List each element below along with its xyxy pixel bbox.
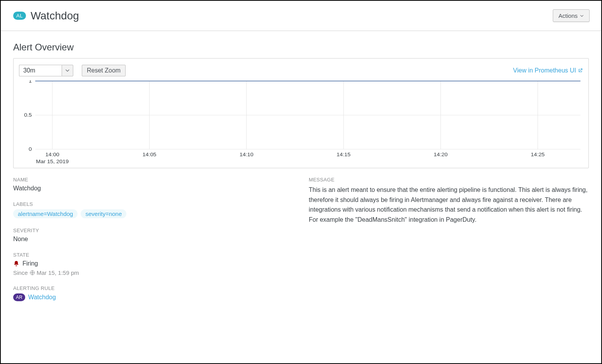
svg-text:14:10: 14:10 bbox=[240, 152, 254, 157]
content: Alert Overview 30m Reset Zoom View in Pr… bbox=[1, 31, 601, 314]
label-pill: alertname=Watchdog bbox=[13, 209, 78, 218]
svg-text:14:20: 14:20 bbox=[434, 152, 448, 157]
name-label: NAME bbox=[13, 177, 293, 183]
name-value: Watchdog bbox=[13, 185, 293, 192]
page-title: Watchdog bbox=[31, 10, 79, 22]
state-label: STATE bbox=[13, 252, 293, 258]
svg-text:1: 1 bbox=[29, 80, 32, 84]
prometheus-link-label: View in Prometheus UI bbox=[513, 67, 576, 74]
since-value: Mar 15, 1:59 pm bbox=[37, 269, 79, 276]
chart: 00.5114:0014:0514:1014:1514:2014:25Mar 1… bbox=[19, 80, 583, 166]
svg-text:14:15: 14:15 bbox=[336, 152, 350, 157]
message-label: MESSAGE bbox=[309, 177, 589, 183]
labels-label: LABELS bbox=[13, 201, 293, 207]
details-right-column: MESSAGE This is an alert meant to ensure… bbox=[309, 177, 589, 224]
overview-toolbar: 30m Reset Zoom View in Prometheus UI bbox=[19, 65, 583, 76]
svg-text:14:25: 14:25 bbox=[531, 152, 545, 157]
view-in-prometheus-link[interactable]: View in Prometheus UI bbox=[513, 67, 583, 74]
time-range-select[interactable]: 30m bbox=[19, 65, 73, 76]
actions-button[interactable]: Actions bbox=[553, 9, 590, 22]
severity-value: None bbox=[13, 236, 293, 243]
state-value: Firing bbox=[22, 260, 38, 267]
labels-row: alertname=Watchdogseverity=none bbox=[13, 209, 293, 218]
time-range-dropdown-button[interactable] bbox=[62, 65, 73, 76]
globe-icon bbox=[29, 270, 35, 276]
details-left-column: NAME Watchdog LABELS alertname=Watchdogs… bbox=[13, 177, 293, 301]
reset-zoom-button[interactable]: Reset Zoom bbox=[82, 65, 126, 76]
chevron-down-icon bbox=[65, 68, 70, 73]
chevron-down-icon bbox=[580, 14, 584, 18]
svg-text:Mar 15, 2019: Mar 15, 2019 bbox=[36, 159, 69, 164]
actions-button-label: Actions bbox=[559, 12, 578, 19]
section-title: Alert Overview bbox=[13, 42, 589, 53]
severity-label: SEVERITY bbox=[13, 228, 293, 233]
since-label: Since bbox=[13, 269, 28, 276]
alerting-rule-row: AR Watchdog bbox=[13, 293, 293, 301]
page-header-left: AL Watchdog bbox=[13, 10, 79, 22]
alert-badge: AL bbox=[13, 12, 26, 20]
details: NAME Watchdog LABELS alertname=Watchdogs… bbox=[13, 177, 589, 301]
svg-text:14:00: 14:00 bbox=[45, 152, 59, 157]
svg-text:0.5: 0.5 bbox=[24, 112, 32, 118]
alerting-rule-link[interactable]: Watchdog bbox=[28, 294, 56, 301]
alerting-rule-label: ALERTING RULE bbox=[13, 285, 293, 291]
state-row: Firing bbox=[13, 260, 293, 267]
ar-badge: AR bbox=[13, 293, 25, 301]
svg-text:14:05: 14:05 bbox=[142, 152, 156, 157]
time-range-value: 30m bbox=[19, 65, 62, 76]
label-pill: severity=none bbox=[81, 209, 126, 218]
svg-text:0: 0 bbox=[29, 147, 32, 152]
since-row: Since Mar 15, 1:59 pm bbox=[13, 269, 293, 276]
bell-icon bbox=[13, 260, 19, 267]
overview-box: 30m Reset Zoom View in Prometheus UI 00.… bbox=[13, 58, 589, 168]
message-value: This is an alert meant to ensure that th… bbox=[309, 185, 589, 224]
external-link-icon bbox=[578, 68, 583, 73]
page-header: AL Watchdog Actions bbox=[1, 1, 601, 31]
